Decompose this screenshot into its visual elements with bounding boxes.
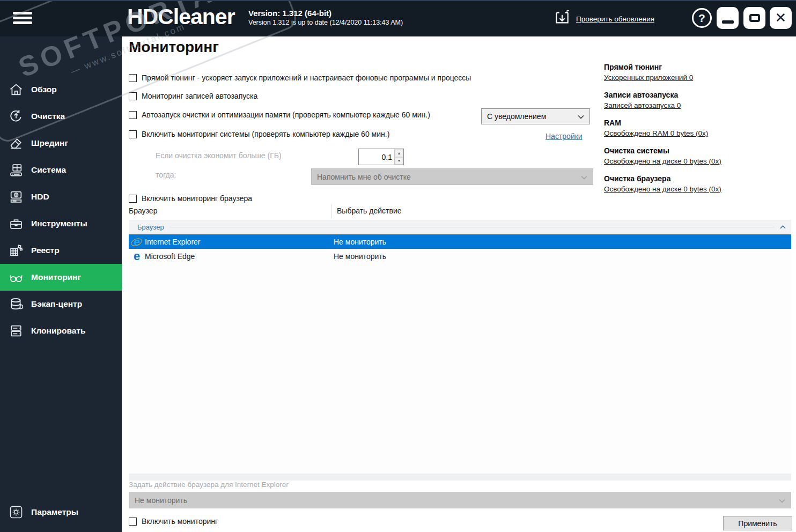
version-info: Version: 1.312 (64-bit) Version 1.312 is… — [248, 8, 403, 27]
browser-list: Браузер e Internet Explorer Не мониторит… — [129, 220, 791, 480]
stats-link[interactable]: Записей автозапуска 0 — [604, 100, 681, 110]
sidebar-item-label: Реестр — [31, 246, 60, 255]
stats-group-system-clean: Очистка системы Освобождено на диске 0 b… — [604, 145, 792, 166]
sidebar-item-label: Система — [31, 165, 66, 175]
spinner-up-button[interactable]: ▲ — [395, 149, 403, 157]
stats-group-ram: RAM Освобождено RAM 0 bytes (0x) — [604, 117, 792, 138]
stats-panel: Прямой тюнинг Ускоренных приложений 0 За… — [604, 62, 792, 201]
check-updates[interactable]: Проверить обновления — [554, 9, 654, 28]
stats-title: Записи автозапуска — [604, 90, 792, 100]
sidebar-item-backup-center[interactable]: Бэкап-центр — [0, 291, 122, 317]
column-header-action: Выбрать действие — [337, 206, 402, 215]
checkbox-row-direct-tuning[interactable]: Прямой тюнинг - ускоряет запуск приложен… — [129, 72, 471, 83]
sidebar: Обзор Очистка Шрединг Система — [0, 36, 122, 532]
list-item-microsoft-edge[interactable]: e Microsoft Edge Не мониторить — [129, 249, 791, 263]
page-title: Мониторинг — [129, 39, 219, 56]
settings-link[interactable]: Настройки — [546, 132, 583, 141]
list-bottom-strip — [129, 474, 791, 481]
minimize-icon — [722, 20, 734, 24]
stats-group-browser-clean: Очистка браузера Освобождено на диске 0 … — [604, 173, 792, 194]
glasses-icon — [9, 270, 24, 285]
menu-hamburger-icon[interactable] — [13, 12, 32, 26]
apply-button[interactable]: Применить — [723, 516, 792, 530]
remind-dropdown-value: Напомнить мне об очистке — [317, 173, 411, 181]
maximize-button[interactable] — [743, 7, 765, 29]
sidebar-item-monitoring[interactable]: Мониторинг — [0, 264, 122, 291]
sidebar-item-overview[interactable]: Обзор — [0, 76, 122, 103]
browser-name: Internet Explorer — [145, 238, 201, 246]
sidebar-item-registry[interactable]: Реестр — [0, 237, 122, 264]
sidebar-item-label: Инструменты — [31, 219, 87, 228]
stats-link[interactable]: Освобождено RAM 0 bytes (0x) — [604, 128, 708, 138]
checkbox-row-auto-clean[interactable]: Автозапуск очистки и оптимизации памяти … — [129, 109, 430, 120]
stats-title: Прямой тюнинг — [604, 62, 792, 72]
checkbox-label: Прямой тюнинг - ускоряет запуск приложен… — [142, 73, 471, 82]
list-group-header: Браузер — [129, 220, 791, 234]
sidebar-item-label: Клонировать — [31, 326, 85, 336]
system-monitor-checkbox[interactable] — [129, 130, 137, 138]
browser-name: Microsoft Edge — [145, 252, 195, 261]
checkbox-row-enable-monitoring[interactable]: Включить мониторинг — [129, 516, 218, 527]
home-icon — [9, 82, 24, 97]
list-item-internet-explorer[interactable]: e Internet Explorer Не мониторить — [129, 234, 791, 249]
footer-action-dropdown[interactable]: Не мониторить — [129, 492, 791, 508]
sidebar-item-label: Параметры — [31, 507, 78, 517]
close-button[interactable]: ✕ — [770, 7, 792, 29]
sidebar-item-label: Очистка — [31, 112, 65, 121]
sidebar-item-label: Шрединг — [31, 138, 68, 148]
help-button[interactable]: ? — [692, 8, 712, 28]
internet-explorer-icon: e — [131, 236, 143, 248]
direct-tuning-checkbox[interactable] — [129, 74, 137, 82]
spinner-down-button[interactable]: ▼ — [395, 157, 403, 165]
sidebar-item-shredding[interactable]: Шрединг — [0, 130, 122, 157]
sidebar-item-label: Бэкап-центр — [31, 299, 82, 309]
app-logo: HDCleaner — [127, 4, 235, 29]
stats-title: RAM — [604, 117, 792, 128]
checkbox-row-autostart-monitor[interactable]: Мониторинг записей автозапуска — [129, 91, 257, 101]
browser-action: Не мониторить — [334, 252, 386, 261]
recycle-icon — [9, 109, 24, 124]
autostart-monitor-checkbox[interactable] — [129, 92, 137, 100]
enable-monitoring-checkbox[interactable] — [129, 518, 137, 526]
sidebar-item-tools[interactable]: Инструменты — [0, 210, 122, 237]
sidebar-item-cleaning[interactable]: Очистка — [0, 103, 122, 130]
version-line: Version: 1.312 (64-bit) — [248, 8, 403, 18]
remind-dropdown[interactable]: Напомнить мне об очистке — [311, 168, 593, 185]
version-status-line: Version 1.312 is up to date (12/4/2020 1… — [248, 18, 403, 27]
notify-dropdown-value: С уведомлением — [487, 112, 546, 121]
collapse-chevron-up-icon[interactable] — [780, 225, 786, 229]
minimize-button[interactable] — [717, 7, 739, 29]
stats-title: Очистка системы — [604, 145, 792, 156]
checkbox-row-system-monitor[interactable]: Включить мониторинг системы (проверять к… — [129, 129, 389, 139]
update-download-icon — [554, 9, 571, 28]
browser-monitor-checkbox[interactable] — [129, 195, 137, 203]
stats-link[interactable]: Освобождено на диске 0 bytes (0x) — [604, 184, 721, 194]
footer-action-label: Задать действие браузера для Internet Ex… — [129, 481, 289, 489]
browser-action: Не мониторить — [334, 238, 386, 246]
stats-link[interactable]: Освобождено на диске 0 bytes (0x) — [604, 156, 721, 166]
then-label: тогда: — [156, 171, 176, 179]
clone-icon — [9, 323, 24, 338]
sidebar-item-system[interactable]: Система — [0, 157, 122, 183]
notify-dropdown[interactable]: С уведомлением — [481, 108, 590, 124]
stats-link[interactable]: Ускоренных приложений 0 — [604, 72, 693, 83]
threshold-spinner[interactable]: 0.1 ▲ ▼ — [358, 149, 404, 165]
check-updates-link[interactable]: Проверить обновления — [576, 15, 654, 23]
sidebar-item-clone[interactable]: Клонировать — [0, 317, 122, 344]
threshold-value: 0.1 — [359, 149, 394, 165]
auto-clean-checkbox[interactable] — [129, 111, 137, 119]
chevron-down-icon — [779, 496, 785, 505]
threshold-label: Если очистка экономит больше (ГБ) — [156, 151, 282, 160]
sidebar-item-settings[interactable]: Параметры — [0, 499, 122, 526]
checkbox-row-browser-monitor[interactable]: Включить мониторинг браузера — [129, 193, 252, 204]
stats-group-direct-tuning: Прямой тюнинг Ускоренных приложений 0 — [604, 62, 792, 83]
sidebar-item-label: Обзор — [31, 85, 57, 94]
checkbox-label: Автозапуск очистки и оптимизации памяти … — [142, 110, 430, 119]
sidebar-item-hdd[interactable]: HDD — [0, 183, 122, 210]
gear-icon — [9, 505, 24, 520]
group-label: Браузер — [137, 223, 164, 231]
maximize-icon — [749, 14, 760, 22]
checkbox-label: Включить мониторинг браузера — [142, 194, 252, 203]
chevron-down-icon — [581, 173, 587, 181]
titlebar: HDCleaner Version: 1.312 (64-bit) Versio… — [0, 1, 796, 36]
